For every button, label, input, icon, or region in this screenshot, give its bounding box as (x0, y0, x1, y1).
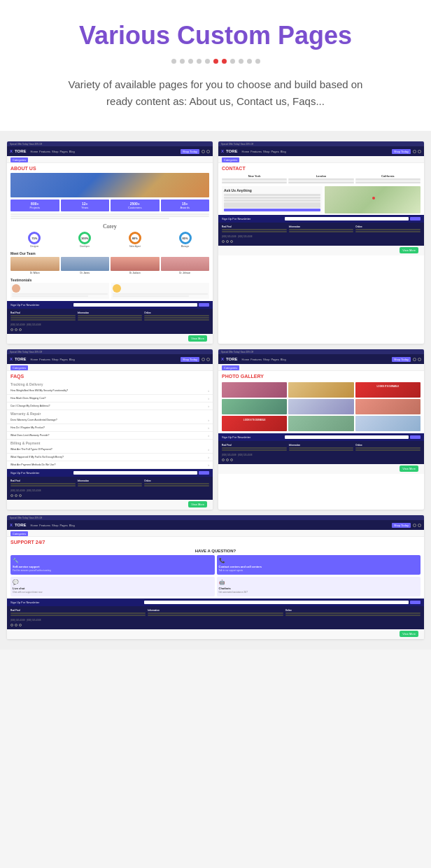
faq-cat-3: Billing & Payment (7, 440, 213, 446)
cart-icon-contact (418, 150, 421, 153)
cart-icon-gallery (418, 358, 421, 361)
testimonials (7, 283, 213, 301)
faq-item-6[interactable]: What Does Limit Warranty Provide? › (7, 432, 213, 440)
gallery-section-title: PHOTO GALLERY (218, 371, 424, 381)
member-1: Dr. Wilson (10, 257, 59, 274)
stat-12: 12+ Years (61, 200, 110, 211)
page-title: Various Custom Pages (14, 21, 417, 50)
faq-item-3[interactable]: Can I Change My Delivery Address? › (7, 402, 213, 410)
faq-cat-2: Warranty & Repair (7, 410, 213, 416)
search-icon-contact (413, 150, 416, 153)
faq-item-1[interactable]: How Weight And How Will My Security Func… (7, 387, 213, 395)
newsletter-input-faqs[interactable] (73, 471, 197, 475)
support-call-center: 📞 Contact centers and call centers Talk … (217, 555, 421, 575)
support-self-service: 🔧 Self-service support Find the answers … (10, 555, 215, 575)
member-3: Dr. Jackson (111, 257, 160, 274)
page-wrapper: Various Custom Pages Variety of availabl… (0, 0, 431, 650)
faq-item-7[interactable]: What Are The Full Types Of Payment? › (7, 446, 213, 454)
faq-item-2[interactable]: How Much Does Shipping Cost? › (7, 395, 213, 402)
newsletter-about: Sign Up For Newsletter (7, 301, 213, 309)
photo-6 (355, 399, 421, 414)
faq-item-9[interactable]: What Are Payment Methods Do We Use? › (7, 461, 213, 469)
photo-9 (355, 416, 421, 431)
call-center-icon: 📞 (219, 558, 419, 564)
dot-10 (247, 59, 252, 64)
category-tab: Categories (10, 158, 28, 162)
footer-faqs: Real Find Information Online (7, 477, 213, 500)
footer-social-gallery (222, 458, 421, 461)
stat-2500: 2500+ Customers (111, 200, 160, 211)
faq-item-5[interactable]: How Do I Register My Product? › (7, 424, 213, 432)
faqs-card: Special Offer Today! Save 20% Off X TORE… (7, 349, 213, 510)
newsletter-input-gallery[interactable] (285, 435, 409, 439)
social-fb (10, 328, 13, 331)
footer-about: Real Find Information Online (7, 309, 213, 334)
support-card: Special Offer Today! Save 20% Off X TORE… (7, 515, 424, 639)
cart-icon-support (418, 524, 421, 527)
category-tab-gallery: Categories (222, 365, 239, 370)
photo-3-overlay: LOOKS ITS DURABLE (355, 382, 421, 398)
view-more-support[interactable]: View More (400, 631, 418, 637)
city-california: California (355, 174, 421, 183)
newsletter-btn-contact[interactable] (410, 217, 421, 220)
dot-8 (230, 59, 235, 64)
social-tw (15, 328, 17, 331)
dot-6-active (213, 59, 218, 64)
footer-social-faqs (10, 494, 209, 497)
footer-gallery: Real Find Information Online (218, 441, 424, 464)
topbar-contact: Special Offer Today! Save 20% Off (218, 141, 424, 146)
preview-grid: Special Offer Today! Save 20% Off X TORE… (0, 131, 431, 650)
faq-item-4[interactable]: Does Warranty Cover Accidental Damage? › (7, 416, 213, 424)
newsletter-contact: Sign Up For Newsletter (218, 215, 424, 223)
newsletter-input-contact[interactable] (285, 217, 409, 220)
signature: Corey (7, 222, 213, 232)
newsletter-input-support[interactable] (144, 601, 409, 604)
footer-support: Real Find Information Online (7, 606, 424, 629)
about-text (7, 214, 213, 222)
faq-item-8[interactable]: What Happened If My Fail Is No Enough Mo… (7, 454, 213, 461)
support-chatbots: 🤖 Chatbots Get automated assistance 24/7 (217, 577, 421, 596)
support-live-chat: 💬 Live chat Chat with our support team n… (10, 577, 215, 596)
view-more-faqs[interactable]: View More (188, 501, 207, 507)
contact-form-area: Ask Us Anything (218, 185, 424, 215)
dot-4 (197, 59, 202, 64)
topbar-gallery: Special Offer Today! Save 20% Off (218, 349, 424, 354)
topbar-faqs: Special Offer Today! Save 20% Off (7, 349, 213, 354)
dot-3 (188, 59, 193, 64)
search-icon-support (413, 524, 416, 527)
dots-indicator (14, 59, 417, 64)
dot-7-active (222, 59, 227, 64)
contact-map (325, 186, 421, 214)
photo-4 (222, 399, 287, 414)
view-more-about[interactable]: View More (188, 335, 207, 342)
testimonials-label: Testimonials (7, 276, 213, 283)
nav-contact: X TORE Home Features Shop Pages Blog Sho… (218, 146, 424, 156)
newsletter-input[interactable] (73, 303, 197, 307)
footer-contact: Real Find Information Online (218, 223, 424, 246)
team-members: Dr. Wilson Dr. James Dr. Jackson Dr. Joh… (7, 257, 213, 276)
cart-icon-faqs (206, 358, 210, 361)
newsletter-faqs: Sign Up For Newsletter (7, 469, 213, 477)
subtitle-text: Variety of available pages for you to ch… (58, 76, 373, 110)
view-more-gallery[interactable]: View More (400, 465, 418, 472)
newsletter-btn-faqs[interactable] (199, 471, 209, 475)
newsletter-btn-support[interactable] (410, 601, 421, 604)
nav-faqs: X TORE Home Features Shop Pages Blog Sho… (7, 354, 213, 364)
search-icon (202, 150, 205, 153)
dot-11 (255, 59, 260, 64)
member-4: Dr. Johnson (161, 257, 210, 274)
city-ny: New York (222, 174, 287, 183)
contact-submit-btn[interactable] (224, 209, 320, 211)
about-hero-image (10, 173, 209, 197)
topbar-about: Special Offer Today! Save 20% Off (7, 141, 213, 146)
faq-cat-1: Tracking & Delivery (7, 381, 213, 387)
view-more-contact[interactable]: View More (400, 247, 418, 253)
newsletter-btn-gallery[interactable] (410, 435, 421, 439)
newsletter-btn[interactable] (199, 303, 209, 307)
testi-1 (10, 283, 109, 299)
photo-5 (288, 399, 353, 414)
about-section-title: ABOUT US (7, 163, 213, 173)
stat-15: 15+ Awards (161, 200, 210, 211)
support-have-question: HAVE A QUESTION? (7, 547, 424, 555)
nav-about: X TORE Home Features Shop Pages Blog Sho… (7, 146, 213, 156)
